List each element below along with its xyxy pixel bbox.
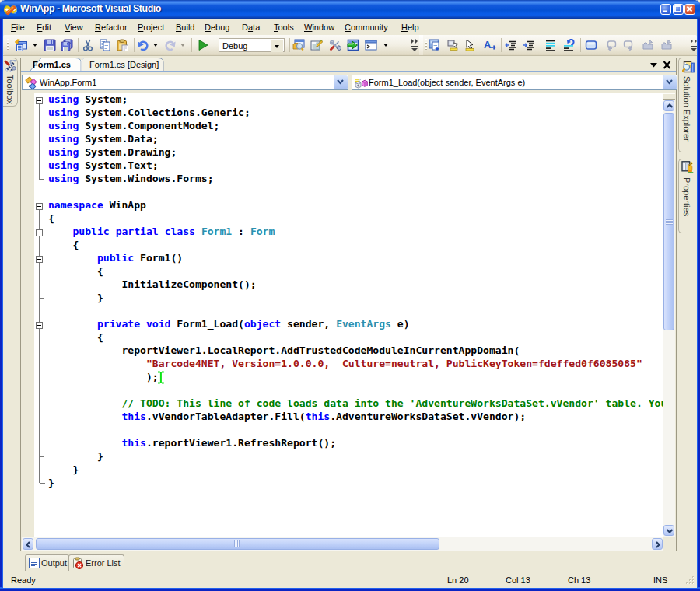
- svg-text:A: A: [484, 39, 492, 51]
